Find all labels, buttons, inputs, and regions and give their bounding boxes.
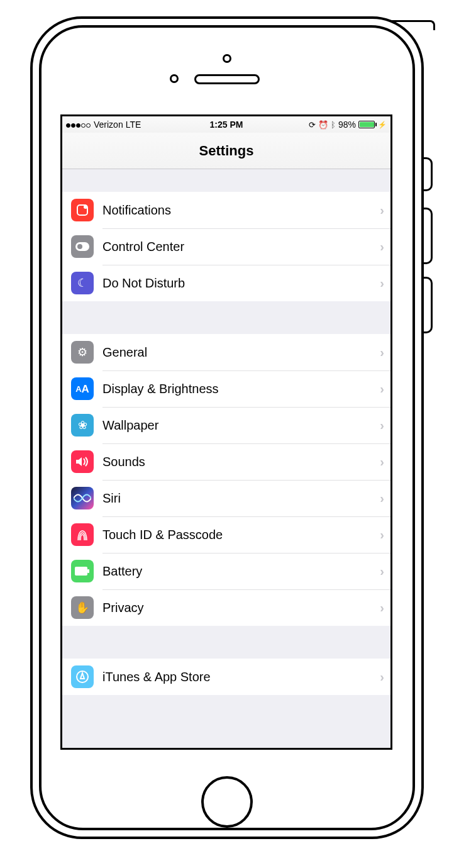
settings-group-3: iTunes & App Store ›: [62, 659, 390, 695]
settings-row-privacy[interactable]: ✋ Privacy ›: [62, 589, 390, 626]
battery-icon: [71, 560, 94, 582]
chevron-right-icon: ›: [380, 670, 384, 684]
network-label: LTE: [126, 120, 141, 130]
status-bar-left: Verizon LTE: [66, 120, 210, 130]
svg-rect-5: [75, 567, 87, 576]
chevron-right-icon: ›: [380, 418, 384, 433]
chevron-right-icon: ›: [380, 528, 384, 542]
signal-strength-icon: [66, 120, 91, 130]
app-store-icon: [71, 665, 94, 688]
clock-label: 1:25 PM: [210, 120, 243, 130]
chevron-right-icon: ›: [380, 276, 384, 291]
battery-percent-label: 98%: [338, 120, 356, 130]
hand-icon: ✋: [71, 596, 94, 619]
settings-row-label: Display & Brightness: [102, 382, 380, 396]
settings-row-label: Sounds: [102, 455, 380, 469]
settings-row-general[interactable]: ⚙ General ›: [62, 334, 390, 370]
navigation-bar: Settings: [62, 133, 390, 169]
chevron-right-icon: ›: [380, 240, 384, 254]
section-gap: [62, 169, 390, 192]
svg-marker-4: [76, 457, 82, 466]
settings-row-itunes-app-store[interactable]: iTunes & App Store ›: [62, 659, 390, 695]
settings-row-label: Siri: [102, 491, 380, 506]
settings-row-battery[interactable]: Battery ›: [62, 553, 390, 589]
alarm-icon: ⏰: [318, 121, 328, 129]
battery-icon: ⚡: [358, 121, 387, 129]
bluetooth-icon: ᛒ: [331, 121, 336, 129]
fingerprint-icon: [71, 523, 94, 546]
chevron-right-icon: ›: [380, 203, 384, 218]
settings-row-label: Control Center: [102, 240, 380, 254]
settings-row-siri[interactable]: Siri ›: [62, 480, 390, 516]
chevron-right-icon: ›: [380, 345, 384, 360]
settings-row-do-not-disturb[interactable]: ☾ Do Not Disturb ›: [62, 265, 390, 301]
phone-screen: Verizon LTE 1:25 PM ⟳ ⏰ ᛒ 98% ⚡ Settings…: [60, 114, 392, 750]
svg-point-3: [77, 244, 82, 249]
settings-row-touch-id-passcode[interactable]: Touch ID & Passcode ›: [62, 516, 390, 553]
wallpaper-icon: ❀: [71, 414, 94, 437]
control-center-icon: [71, 235, 94, 258]
carrier-label: Verizon: [94, 120, 123, 130]
settings-row-label: Privacy: [102, 601, 380, 615]
top-camera-outline: [223, 54, 231, 63]
section-gap: [62, 626, 390, 659]
settings-row-notifications[interactable]: Notifications ›: [62, 192, 390, 228]
chevron-right-icon: ›: [380, 455, 384, 469]
svg-point-1: [84, 205, 87, 209]
settings-row-label: Battery: [102, 564, 380, 579]
settings-row-label: Do Not Disturb: [102, 276, 380, 291]
settings-row-label: iTunes & App Store: [102, 670, 380, 684]
svg-rect-6: [87, 569, 89, 573]
gear-icon: ⚙: [71, 341, 94, 364]
earpiece-speaker-outline: [194, 74, 260, 84]
home-button-outline: [201, 776, 253, 828]
settings-group-1: Notifications › Control Center › ☾ Do No…: [62, 192, 390, 301]
charging-icon: ⚡: [378, 121, 387, 129]
settings-row-label: Wallpaper: [102, 418, 380, 433]
settings-row-sounds[interactable]: Sounds ›: [62, 443, 390, 480]
chevron-right-icon: ›: [380, 491, 384, 506]
settings-row-display-brightness[interactable]: AA Display & Brightness ›: [62, 370, 390, 407]
sounds-icon: [71, 450, 94, 473]
notifications-icon: [71, 199, 94, 221]
proximity-sensor-outline: [170, 74, 179, 83]
settings-row-label: Notifications: [102, 203, 380, 218]
rotation-lock-icon: ⟳: [309, 121, 316, 129]
siri-icon: [71, 487, 94, 509]
chevron-right-icon: ›: [380, 601, 384, 615]
status-bar: Verizon LTE 1:25 PM ⟳ ⏰ ᛒ 98% ⚡: [62, 116, 390, 133]
moon-icon: ☾: [71, 272, 94, 294]
settings-row-label: General: [102, 345, 380, 360]
settings-group-2: ⚙ General › AA Display & Brightness › ❀ …: [62, 334, 390, 626]
display-brightness-icon: AA: [71, 377, 94, 400]
section-gap: [62, 301, 390, 334]
chevron-right-icon: ›: [380, 382, 384, 396]
status-bar-right: ⟳ ⏰ ᛒ 98% ⚡: [243, 120, 387, 130]
chevron-right-icon: ›: [380, 564, 384, 579]
settings-row-wallpaper[interactable]: ❀ Wallpaper ›: [62, 407, 390, 443]
page-title: Settings: [199, 143, 254, 159]
settings-row-label: Touch ID & Passcode: [102, 528, 380, 542]
settings-row-control-center[interactable]: Control Center ›: [62, 228, 390, 265]
